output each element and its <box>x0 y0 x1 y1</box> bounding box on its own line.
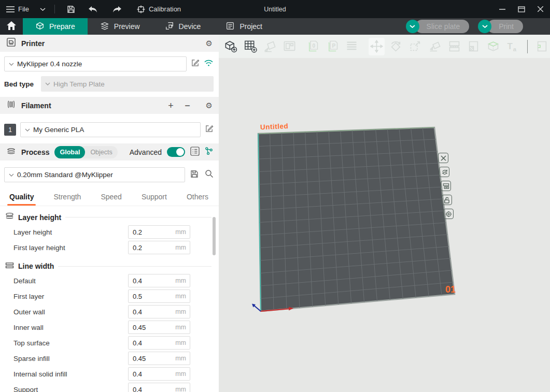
tab-prepare[interactable]: Prepare <box>23 18 88 35</box>
move-tool-button <box>369 38 385 55</box>
close-button[interactable] <box>531 0 550 18</box>
main-tabbar: Prepare Preview Device Project Slice pla… <box>0 18 550 35</box>
filament-settings-gear-icon[interactable]: ⚙ <box>206 101 213 110</box>
file-menu[interactable]: File <box>6 5 29 13</box>
assembly-view-button <box>485 38 502 55</box>
filament-preset-select[interactable]: My Generic PLA <box>20 122 201 137</box>
print-button[interactable]: Print <box>487 20 523 33</box>
sidebar: Printer ⚙ MyKlipper 0.4 nozzle Bed type <box>0 35 219 392</box>
scope-objects-button[interactable]: Objects <box>85 146 117 158</box>
setting-input[interactable]: 0.4 mm <box>128 336 190 350</box>
setting-unit: mm <box>175 324 190 331</box>
titlebar-divider <box>54 5 55 13</box>
printer-settings-gear-icon[interactable]: ⚙ <box>206 39 213 48</box>
printer-preset-value: MyKlipper 0.4 nozzle <box>17 60 82 68</box>
calibration-button[interactable]: Calibration <box>137 5 181 13</box>
save-icon[interactable] <box>67 5 75 13</box>
bed-type-select[interactable]: High Temp Plate <box>41 76 214 92</box>
printer-edit-icon[interactable] <box>191 59 200 69</box>
setting-row: Sparse infill 0.45 mm <box>0 351 219 366</box>
slice-plate-button[interactable]: Slice plate <box>415 20 470 33</box>
advanced-label: Advanced <box>130 148 162 156</box>
seam-tool-button <box>533 38 550 55</box>
remove-filament-button[interactable]: − <box>182 101 193 110</box>
param-tab-speed[interactable]: Speed <box>96 191 125 206</box>
tune-params-icon[interactable] <box>205 147 214 157</box>
file-menu-chevron-icon[interactable] <box>40 8 46 11</box>
setting-unit: mm <box>175 308 190 315</box>
setting-input[interactable]: 0.4 mm <box>128 305 190 318</box>
setting-input[interactable]: 0.4 mm <box>128 274 190 287</box>
auto-orient-plate-button[interactable] <box>439 167 449 177</box>
param-tab-strength[interactable]: Strength <box>49 191 85 206</box>
setting-value: 0.4 <box>129 339 175 347</box>
param-tab-quality[interactable]: Quality <box>5 191 38 206</box>
line-width-icon <box>5 262 14 271</box>
setting-label: First layer height <box>13 244 128 252</box>
setting-unit: mm <box>175 355 190 362</box>
sidebar-scrollbar[interactable] <box>213 217 216 255</box>
settings-group-header: Line width <box>0 255 219 273</box>
filament-header-title: Filament <box>21 101 51 110</box>
tab-device[interactable]: Device <box>152 18 214 35</box>
printer-connection-wifi-icon[interactable] <box>204 59 214 69</box>
setting-input[interactable]: 0.4 mm <box>128 367 190 381</box>
process-preset-select[interactable]: 0.20mm Standard @MyKlipper <box>4 167 185 182</box>
param-tab-others[interactable]: Others <box>182 191 213 206</box>
setting-unit: mm <box>175 370 190 378</box>
setting-value: 0.4 <box>129 308 175 316</box>
setting-unit: mm <box>175 228 190 236</box>
minimize-button[interactable] <box>492 0 512 18</box>
settings-group-header: Layer height <box>0 206 219 224</box>
plate-gear-button[interactable] <box>443 209 454 219</box>
tab-project[interactable]: Project <box>213 18 275 35</box>
setting-row: Inner wall 0.45 mm <box>0 320 219 335</box>
object-list-icon[interactable] <box>190 147 200 158</box>
setting-input[interactable]: 0.45 mm <box>128 321 190 334</box>
setting-input[interactable]: 0.2 mm <box>128 241 190 254</box>
setting-input[interactable]: 0.2 mm <box>128 225 190 239</box>
prepare-icon <box>35 21 45 32</box>
redo-icon[interactable] <box>112 6 122 13</box>
undo-icon[interactable] <box>88 6 97 13</box>
svg-text:T: T <box>507 41 513 51</box>
setting-unit: mm <box>175 339 190 346</box>
advanced-toggle[interactable] <box>167 147 185 157</box>
search-preset-icon[interactable] <box>205 169 214 180</box>
add-object-button[interactable] <box>223 38 239 55</box>
text-tool-button: Ta <box>504 38 521 55</box>
setting-label: Internal solid infill <box>13 370 128 378</box>
slice-dropdown-button[interactable] <box>406 20 419 33</box>
add-plate-button[interactable] <box>243 38 259 55</box>
plate-settings-button[interactable] <box>441 181 451 191</box>
setting-unit: mm <box>175 277 190 284</box>
process-header-title: Process <box>21 148 49 156</box>
tab-device-label: Device <box>179 22 201 31</box>
hamburger-icon <box>6 6 15 12</box>
setting-input[interactable]: 0.5 mm <box>128 289 190 303</box>
printer-preset-select[interactable]: MyKlipper 0.4 nozzle <box>4 56 187 71</box>
setting-input[interactable]: 0.4 mm <box>128 383 190 392</box>
filament-slot-badge[interactable]: 1 <box>4 124 16 136</box>
viewport-3d[interactable]: 0 P <box>219 35 550 392</box>
titlebar: File Calibration Untitled <box>0 0 550 18</box>
setting-row: Layer height 0.2 mm <box>0 224 219 240</box>
add-filament-button[interactable]: + <box>165 101 177 110</box>
setting-value: 0.4 <box>129 370 175 378</box>
setting-label: Default <box>13 277 128 285</box>
scope-global-button[interactable]: Global <box>54 146 85 158</box>
build-plate[interactable] <box>219 58 550 392</box>
setting-unit: mm <box>175 386 190 392</box>
filament-edit-icon[interactable] <box>205 124 214 135</box>
tab-preview[interactable]: Preview <box>88 18 152 35</box>
setting-unit: mm <box>175 293 190 300</box>
delete-plate-button[interactable] <box>438 153 448 163</box>
setting-value: 0.5 <box>129 293 175 300</box>
save-preset-icon[interactable] <box>190 170 199 180</box>
param-tab-support[interactable]: Support <box>137 191 171 206</box>
maximize-button[interactable] <box>512 0 531 18</box>
home-button[interactable] <box>0 18 23 35</box>
parameter-tabs: QualityStrengthSpeedSupportOthers <box>0 185 219 206</box>
lock-plate-button[interactable] <box>442 195 452 205</box>
setting-input[interactable]: 0.45 mm <box>128 352 190 365</box>
